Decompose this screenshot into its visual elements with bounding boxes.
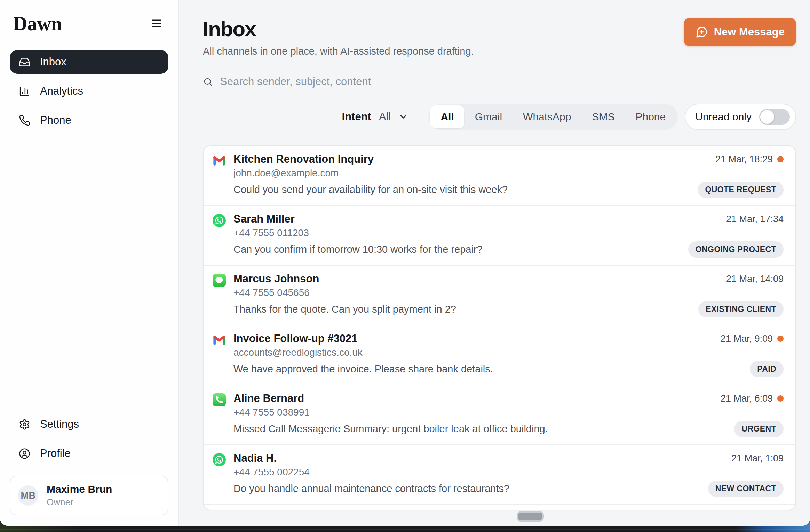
message-sender: Aline Bernard (233, 393, 304, 404)
message-preview: Missed Call Messagerie Summary: urgent b… (233, 423, 548, 435)
search-icon (203, 77, 213, 87)
intent-filter-label: Intent (342, 111, 371, 123)
sidebar-item-analytics[interactable]: Analytics (10, 79, 168, 103)
inbox-icon (19, 56, 30, 68)
search-bar (203, 75, 796, 88)
message-preview: Could you send your availability for an … (233, 184, 508, 195)
gmail-icon (213, 154, 226, 167)
message-preview: Do you handle annual maintenance contrac… (233, 483, 509, 494)
unread-dot (777, 156, 784, 162)
phone-icon (19, 115, 30, 126)
message-row[interactable]: Bathroom Leak Follow-up20 Mar, 21:09 (204, 504, 795, 510)
message-row[interactable]: Invoice Follow-up #302121 Mar, 9:09accou… (204, 325, 795, 385)
page-header: Inbox All channels in one place, with AI… (203, 18, 796, 57)
unread-only-label: Unread only (695, 111, 752, 123)
message-tag: PAID (750, 361, 784, 377)
message-time: 21 Mar, 6:09 (721, 393, 773, 404)
message-row[interactable]: Aline Bernard21 Mar, 6:09+44 7555 038991… (204, 385, 795, 444)
message-tag: QUOTE REQUEST (698, 182, 784, 198)
whatsapp-icon (213, 453, 226, 466)
sidebar-collapse-button[interactable] (150, 17, 164, 31)
message-tag: NEW CONTACT (708, 481, 784, 497)
channel-tab-sms[interactable]: SMS (581, 105, 625, 128)
message-time: 21 Mar, 18:29 (715, 154, 773, 165)
message-contact: +44 7555 045656 (233, 287, 784, 298)
message-tag: ONGOING PROJECT (688, 241, 784, 258)
desktop-background: Dawn InboxAnalyticsPhone SettingsProfile… (0, 0, 810, 532)
channel-tab-whatsapp[interactable]: WhatsApp (513, 105, 581, 128)
message-plus-icon (695, 26, 708, 39)
message-preview: Thanks for the quote. Can you split paym… (233, 304, 456, 315)
message-contact: john.doe@example.com (233, 168, 784, 179)
phone-call-icon (213, 393, 226, 406)
avatar: MB (18, 485, 38, 506)
message-row[interactable]: Kitchen Renovation Inquiry21 Mar, 18:29j… (204, 146, 795, 205)
page-title: Inbox (203, 18, 474, 40)
message-list: Kitchen Renovation Inquiry21 Mar, 18:29j… (203, 145, 796, 510)
message-tag: URGENT (734, 421, 784, 437)
filter-row: Intent All AllGmailWhatsAppSMSPhone Unre… (203, 104, 796, 130)
search-input[interactable] (219, 75, 796, 88)
sidebar: Dawn InboxAnalyticsPhone SettingsProfile… (0, 0, 179, 526)
new-message-label: New Message (714, 26, 785, 38)
gmail-icon (213, 333, 226, 347)
sidebar-footer-nav: SettingsProfile (10, 412, 168, 465)
message-time: 21 Mar, 14:09 (726, 274, 784, 284)
analytics-icon (19, 86, 30, 97)
channel-tab-phone[interactable]: Phone (625, 105, 676, 128)
profile-icon (19, 448, 30, 459)
app-window: Dawn InboxAnalyticsPhone SettingsProfile… (0, 0, 810, 526)
user-role: Owner (47, 497, 112, 508)
sidebar-item-label: Profile (40, 447, 71, 460)
message-time: 21 Mar, 9:09 (721, 333, 773, 344)
app-logo: Dawn (13, 13, 62, 35)
sidebar-item-label: Inbox (40, 56, 66, 68)
message-contact: +44 7555 038991 (233, 407, 784, 418)
intent-filter-dropdown[interactable]: Intent All (342, 111, 408, 123)
unread-only-filter: Unread only (685, 104, 796, 130)
message-sender: Nadia H. (233, 452, 277, 464)
message-sender: Sarah Miller (233, 213, 295, 225)
sidebar-item-settings[interactable]: Settings (10, 412, 168, 436)
sidebar-spacer (10, 132, 168, 397)
sidebar-item-label: Analytics (40, 85, 83, 97)
user-card[interactable]: MB Maxime Brun Owner (10, 476, 168, 515)
unread-dot (777, 336, 784, 342)
message-time: 21 Mar, 17:34 (726, 214, 784, 225)
gear-icon (19, 419, 30, 430)
user-name: Maxime Brun (47, 483, 112, 495)
channel-tab-gmail[interactable]: Gmail (464, 105, 513, 128)
sidebar-item-label: Settings (40, 418, 79, 430)
page-subtitle: All channels in one place, with AI-assis… (203, 46, 474, 57)
message-preview: Can you confirm if tomorrow 10:30 works … (233, 244, 483, 255)
sidebar-item-inbox[interactable]: Inbox (10, 50, 168, 74)
message-row[interactable]: Nadia H.21 Mar, 1:09+44 7555 002254Do yo… (204, 444, 795, 504)
unread-dot (777, 395, 784, 402)
main-content: Inbox All channels in one place, with AI… (179, 0, 810, 526)
message-contact: +44 7555 002254 (233, 467, 784, 478)
channel-filter-tabs: AllGmailWhatsAppSMSPhone (428, 104, 678, 130)
message-row[interactable]: Sarah Miller21 Mar, 17:34+44 7555 011203… (204, 205, 795, 265)
sidebar-item-phone[interactable]: Phone (10, 108, 168, 132)
scroll-handle[interactable] (517, 511, 544, 522)
sidebar-nav: InboxAnalyticsPhone (10, 50, 168, 132)
message-time: 21 Mar, 1:09 (731, 453, 784, 464)
new-message-button[interactable]: New Message (684, 18, 796, 46)
message-contact: accounts@reedlogistics.co.uk (233, 347, 784, 358)
message-sender: Invoice Follow-up #3021 (233, 333, 358, 345)
sidebar-item-profile[interactable]: Profile (10, 442, 168, 465)
unread-only-toggle[interactable] (759, 109, 790, 125)
whatsapp-icon (213, 214, 226, 227)
message-tag: EXISTING CLIENT (698, 301, 784, 317)
menu-icon (150, 17, 163, 30)
message-sender: Marcus Johnson (233, 273, 319, 285)
intent-filter-value: All (379, 111, 391, 123)
message-contact: +44 7555 011203 (233, 227, 784, 239)
sms-icon (213, 274, 226, 287)
message-row[interactable]: Marcus Johnson21 Mar, 14:09+44 7555 0456… (204, 265, 795, 325)
toggle-knob (760, 110, 774, 124)
message-sender: Kitchen Renovation Inquiry (233, 153, 374, 165)
channel-tab-all[interactable]: All (430, 105, 464, 128)
chevron-down-icon (398, 112, 408, 122)
message-preview: We have approved the invoice. Please sha… (233, 363, 493, 375)
